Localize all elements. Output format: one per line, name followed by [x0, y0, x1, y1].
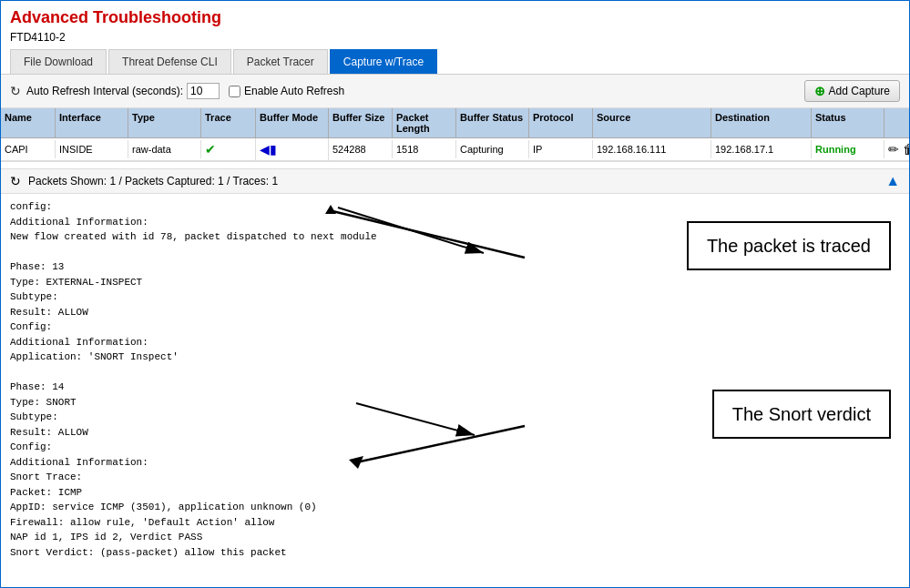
page-wrapper: Advanced Troubleshooting FTD4110-2 File … [0, 0, 910, 588]
tab-threat-defense-cli[interactable]: Threat Defense CLI [108, 49, 231, 74]
col-actions [884, 108, 909, 137]
trace-check-icon: ✔ [205, 142, 216, 157]
cell-actions: ✏ 🗑 📎 ⏸ 💾 [884, 138, 909, 160]
col-name: Name [1, 108, 56, 137]
toolbar: ↻ Auto Refresh Interval (seconds): Enabl… [1, 75, 909, 108]
edit-icon[interactable]: ✏ [888, 142, 899, 157]
line-5: Type: EXTERNAL-INSPECT [10, 275, 900, 290]
tabs-bar: File Download Threat Defense CLI Packet … [1, 49, 909, 75]
col-buffer-size: Buffer Size [329, 108, 393, 137]
col-trace: Trace [201, 108, 256, 137]
action-icons: ✏ 🗑 📎 ⏸ 💾 [888, 142, 909, 157]
line-21: Firewall: allow rule, 'Default Action' a… [10, 515, 900, 531]
device-name: FTD4110-2 [1, 29, 909, 49]
line-10: Application: 'SNORT Inspect' [10, 350, 900, 365]
line-22: NAP id 1, IPS id 2, Verdict PASS [10, 530, 900, 545]
enable-auto-refresh-label: Enable Auto Refresh [229, 85, 344, 97]
tab-packet-tracer[interactable]: Packet Tracer [233, 49, 328, 74]
content-area: config: Additional Information: New flow… [1, 194, 909, 565]
add-capture-button[interactable]: ⊕ Add Capture [804, 80, 900, 102]
cell-interface: INSIDE [56, 140, 128, 158]
page-title: Advanced Troubleshooting [1, 1, 909, 29]
col-buffer-mode: Buffer Mode [256, 108, 329, 137]
cell-source: 192.168.16.111 [593, 140, 711, 158]
tab-capture-w-trace[interactable]: Capture w/Trace [330, 49, 437, 74]
col-buffer-status: Buffer Status [456, 108, 529, 137]
line-23: Snort Verdict: (pass-packet) allow this … [10, 545, 900, 561]
line-18: Snort Trace: [10, 470, 900, 485]
cell-packet-length: 1518 [393, 140, 456, 158]
status-bar: ↻ Packets Shown: 1 / Packets Captured: 1… [1, 169, 909, 194]
col-source: Source [593, 108, 711, 137]
enable-auto-refresh-checkbox[interactable] [229, 86, 240, 97]
status-refresh-icon[interactable]: ↻ [10, 174, 21, 188]
capture-table-container: Name Interface Type Trace Buffer Mode Bu… [1, 108, 909, 162]
line-11 [10, 365, 900, 380]
cell-buffer-mode: ◀▮ [256, 138, 329, 160]
refresh-interval-input[interactable] [187, 83, 220, 99]
cell-trace: ✔ [201, 138, 256, 160]
col-packet-length: Packet Length [393, 108, 456, 137]
line-0: config: [10, 199, 900, 215]
cell-buffer-size: 524288 [329, 140, 393, 158]
line-20: AppID: service ICMP (3501), application … [10, 500, 900, 515]
tab-file-download[interactable]: File Download [10, 49, 107, 74]
snort-verdict-annotation: The Snort verdict [712, 390, 891, 439]
delete-icon[interactable]: 🗑 [903, 142, 909, 157]
col-destination: Destination [711, 108, 812, 137]
cell-name: CAPI [1, 140, 56, 158]
stats-text: Packets Shown: 1 / Packets Captured: 1 /… [28, 175, 278, 188]
cell-status: Running [812, 140, 884, 158]
table-header: Name Interface Type Trace Buffer Mode Bu… [1, 108, 909, 138]
auto-refresh-label: Auto Refresh Interval (seconds): [26, 85, 183, 97]
refresh-icon[interactable]: ↻ [10, 84, 21, 98]
buffer-mode-icon: ◀▮ [260, 142, 277, 157]
table-row: CAPI INSIDE raw-data ✔ ◀▮ 524288 1518 Ca… [1, 138, 909, 161]
up-arrow-icon[interactable]: ▲ [885, 173, 900, 189]
line-6: Subtype: [10, 289, 900, 305]
cell-type: raw-data [128, 140, 201, 158]
cell-buffer-status: Capturing [456, 140, 529, 158]
line-9: Additional Information: [10, 335, 900, 350]
packet-traced-annotation: The packet is traced [687, 221, 891, 270]
line-8: Config: [10, 319, 900, 335]
plus-icon: ⊕ [814, 84, 825, 98]
cell-destination: 192.168.17.1 [711, 140, 812, 158]
col-type: Type [128, 108, 201, 137]
col-protocol: Protocol [529, 108, 593, 137]
cell-protocol: IP [529, 140, 593, 158]
col-interface: Interface [56, 108, 128, 137]
line-19: Packet: ICMP [10, 485, 900, 501]
line-16: Config: [10, 440, 900, 455]
line-7: Result: ALLOW [10, 305, 900, 320]
line-17: Additional Information: [10, 455, 900, 471]
col-status: Status [812, 108, 884, 137]
